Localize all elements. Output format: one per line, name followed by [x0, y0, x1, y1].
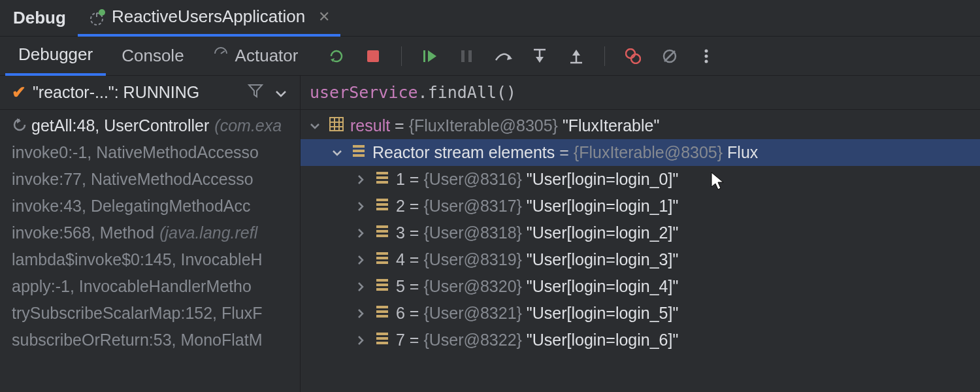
var-ref: {User@8316}	[423, 170, 521, 188]
frame-location: (java.lang.refl	[159, 223, 257, 242]
svg-rect-41	[376, 230, 388, 233]
var-value: "User[login=login_3]"	[527, 250, 678, 269]
view-breakpoints-button[interactable]	[623, 46, 643, 66]
rerun-button[interactable]	[327, 46, 346, 66]
actuator-icon	[213, 46, 229, 66]
frame-label: trySubscribeScalarMap:152, FluxF	[12, 304, 262, 323]
bars-icon	[375, 223, 389, 242]
mute-breakpoints-button[interactable]	[660, 46, 679, 66]
frame-label: lambda$invoke$0:145, InvocableH	[12, 250, 263, 269]
svg-rect-53	[376, 337, 388, 340]
tool-window-header: Debug ReactiveUsersApplication ✕	[0, 0, 980, 37]
svg-rect-48	[376, 288, 388, 291]
tab-actuator[interactable]: Actuator	[200, 37, 312, 76]
variable-row-stream[interactable]: Reactor stream elements = {FluxIterable@…	[301, 139, 980, 166]
chevron-down-icon[interactable]	[329, 149, 345, 157]
thread-selector[interactable]: ✔ "reactor-...": RUNNING	[0, 76, 300, 110]
step-into-button[interactable]	[530, 46, 549, 66]
debug-main-area: ✔ "reactor-...": RUNNING getAll:48, User…	[0, 76, 980, 392]
var-index: 7	[396, 331, 405, 349]
variable-row-item[interactable]: 5 = {User@8320} "User[login=login_4]"	[301, 273, 980, 300]
var-value: "User[login=login_4]"	[527, 277, 678, 295]
stack-frame[interactable]: getAll:48, UserController (com.exa	[0, 112, 300, 139]
chevron-right-icon[interactable]	[353, 335, 368, 346]
stack-frame[interactable]: trySubscribeScalarMap:152, FluxF	[0, 300, 300, 327]
frame-label: apply:-1, InvocableHandlerMetho	[12, 277, 252, 296]
svg-rect-39	[376, 208, 388, 210]
stack-frame[interactable]: invoke:77, NativeMethodAccesso	[0, 166, 300, 193]
variable-row-item[interactable]: 1 = {User@8316} "User[login=login_0]"	[301, 166, 980, 193]
chevron-down-icon[interactable]	[307, 122, 323, 130]
chevron-right-icon[interactable]	[353, 282, 368, 292]
step-out-button[interactable]	[566, 46, 586, 66]
svg-rect-40	[376, 225, 388, 228]
stop-button[interactable]	[363, 46, 383, 66]
resume-button[interactable]	[420, 46, 440, 66]
pause-button[interactable]	[457, 46, 476, 66]
grid-icon	[329, 116, 344, 135]
svg-rect-33	[353, 154, 365, 157]
step-over-button[interactable]	[493, 46, 513, 66]
svg-rect-26	[330, 118, 343, 131]
bars-icon	[375, 250, 389, 269]
svg-marker-7	[428, 50, 436, 62]
var-value: "User[login=login_2]"	[527, 223, 678, 242]
svg-rect-47	[376, 284, 388, 286]
variable-row-item[interactable]: 2 = {User@8317} "User[login=login_1]"	[301, 193, 980, 220]
var-ref: {User@8322}	[423, 331, 521, 349]
variable-row-item[interactable]: 7 = {User@8322} "User[login=login_6]"	[301, 327, 980, 353]
var-value: "User[login=login_6]"	[527, 331, 678, 349]
var-value: "FluxIterable"	[563, 116, 659, 135]
svg-marker-24	[249, 85, 262, 97]
chevron-right-icon[interactable]	[353, 201, 368, 212]
svg-rect-44	[376, 257, 388, 259]
evaluate-expression-input[interactable]: userService.findAll()	[301, 76, 980, 110]
tab-debugger[interactable]: Debugger	[5, 37, 106, 76]
svg-rect-31	[353, 145, 365, 148]
chevron-right-icon[interactable]	[353, 255, 368, 265]
chevron-right-icon[interactable]	[353, 228, 368, 238]
svg-rect-9	[468, 50, 472, 62]
stack-frame[interactable]: invoke:568, Method (java.lang.refl	[0, 220, 300, 246]
expression-object: userService	[310, 83, 418, 102]
tab-console[interactable]: Console	[108, 37, 197, 76]
bars-icon	[375, 304, 389, 323]
stack-frame[interactable]: invoke0:-1, NativeMethodAccesso	[0, 139, 300, 166]
svg-point-22	[705, 54, 708, 57]
svg-rect-34	[376, 172, 388, 174]
var-name: result	[350, 116, 390, 135]
stack-frame[interactable]: invoke:43, DelegatingMethodAcc	[0, 193, 300, 220]
stack-frame[interactable]: apply:-1, InvocableHandlerMetho	[0, 273, 300, 300]
svg-rect-5	[367, 50, 379, 62]
frame-location: (com.exa	[214, 116, 282, 135]
chevron-down-icon[interactable]	[270, 84, 292, 102]
variable-row-item[interactable]: 4 = {User@8319} "User[login=login_3]"	[301, 246, 980, 273]
stack-frame[interactable]: lambda$invoke$0:145, InvocableH	[0, 246, 300, 273]
tool-window-title: Debug	[5, 8, 78, 28]
chevron-right-icon[interactable]	[353, 308, 368, 319]
svg-point-17	[626, 49, 635, 58]
var-ref: {User@8320}	[423, 277, 521, 295]
var-index: 3	[396, 223, 405, 242]
drop-frame-icon[interactable]	[12, 116, 26, 135]
more-button[interactable]	[696, 46, 716, 66]
bars-icon	[375, 197, 389, 216]
var-ref: {FluxIterable@8305}	[409, 116, 558, 135]
svg-rect-46	[376, 279, 388, 282]
variable-row-item[interactable]: 3 = {User@8318} "User[login=login_2]"	[301, 220, 980, 246]
toolbar-divider	[401, 46, 402, 66]
variables-tree[interactable]: result = {FluxIterable@8305} "FluxIterab…	[301, 110, 980, 353]
var-value: Flux	[727, 143, 758, 161]
variable-row-item[interactable]: 6 = {User@8321} "User[login=login_5]"	[301, 300, 980, 327]
variable-row-result[interactable]: result = {FluxIterable@8305} "FluxIterab…	[301, 112, 980, 139]
svg-rect-43	[376, 252, 388, 255]
stack-frame[interactable]: subscribeOrReturn:53, MonoFlatM	[0, 327, 300, 353]
chevron-right-icon[interactable]	[353, 174, 368, 185]
frame-list[interactable]: getAll:48, UserController (com.exa invok…	[0, 110, 300, 353]
filter-icon[interactable]	[248, 83, 263, 103]
run-config-tab[interactable]: ReactiveUsersApplication ✕	[78, 0, 340, 37]
svg-rect-6	[423, 50, 425, 62]
checkmark-icon: ✔	[12, 82, 26, 103]
close-tab-icon[interactable]: ✕	[312, 8, 330, 25]
var-index: 2	[396, 197, 405, 215]
